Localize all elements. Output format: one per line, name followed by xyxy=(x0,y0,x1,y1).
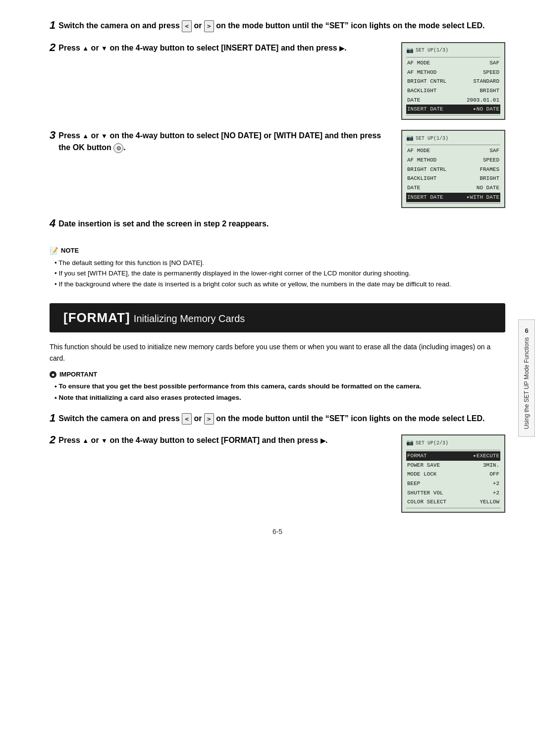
step1-insert-date: 1 Switch the camera on and press < or > … xyxy=(50,20,505,32)
step2-insert-date: 2 Press or on the 4-way button to select… xyxy=(50,42,505,120)
format-step1: 1 Switch the camera on and press < or > … xyxy=(50,413,505,425)
format-step2-body: 2 Press or on the 4-way button to select… xyxy=(50,434,505,513)
format-step1-num: 1 xyxy=(50,412,55,425)
set-icon-label: SET xyxy=(329,21,345,30)
step2-body: 2 Press or on the 4-way button to select… xyxy=(50,42,505,120)
format-bracket-word: [FORMAT] xyxy=(63,310,130,325)
lcd-row-af-mode: AF MODESAF xyxy=(406,58,500,68)
note-item-2: If you set [WITH DATE], the date is perm… xyxy=(54,268,505,279)
important-list: To ensure that you get the best possible… xyxy=(50,381,505,404)
lcd-row-beep: BEEP+2 xyxy=(406,479,500,488)
lcd-row3-backlight: BACKLIGHTBRIGHT xyxy=(406,174,500,183)
format-title: [FORMAT] Initializing Memory Cards xyxy=(63,310,245,325)
step2-num: 2 xyxy=(50,41,55,54)
lcd-row-date: DATE2003.01.01 xyxy=(406,96,500,105)
sidebar-label: Using the SET UP Mode Functions xyxy=(523,337,530,430)
step1-text: Switch the camera on and press < or > on… xyxy=(58,20,484,32)
format-btn-right[interactable]: > xyxy=(204,413,214,425)
arrow-down-fmt2 xyxy=(101,436,107,444)
step4-text: Date insertion is set and the screen in … xyxy=(58,218,268,230)
step3-text: Press or on the 4-way button to select [… xyxy=(58,130,393,154)
lcd-title-format: 📷 SET UP(2/3) xyxy=(406,438,500,448)
btn-right-1[interactable]: > xyxy=(204,20,214,32)
step3-heading: 3 Press or on the 4-way button to select… xyxy=(50,130,393,154)
step3-insert-date: 3 Press or on the 4-way button to select… xyxy=(50,130,505,208)
lcd-screen-format: 📷 SET UP(2/3) FORMAT▸EXECUTE POWER SAVE3… xyxy=(401,434,505,513)
step4-num: 4 xyxy=(50,217,55,230)
note-item-1: The default setting for this function is… xyxy=(54,258,505,269)
lcd-row-power-save: POWER SAVE3MIN. xyxy=(406,461,500,470)
lcd-row3-af-method: AF METHODSPEED xyxy=(406,156,500,165)
step4-heading: 4 Date insertion is set and the screen i… xyxy=(50,218,505,237)
arrow-right-fmt2 xyxy=(321,436,325,444)
format-step1-text: Switch the camera on and press < or > on… xyxy=(58,413,484,425)
arrow-down-2 xyxy=(101,44,107,52)
lcd-row3-af-mode: AF MODESAF xyxy=(406,146,500,156)
lcd-icon-2: 📷 xyxy=(406,46,414,55)
or-1: or xyxy=(194,21,204,30)
important-item-1: To ensure that you get the best possible… xyxy=(54,381,505,392)
step1-heading: 1 Switch the camera on and press < or > … xyxy=(50,20,505,32)
step2-text-container: 2 Press or on the 4-way button to select… xyxy=(50,42,393,54)
format-step1-rest: on the mode button until the “SET” icon … xyxy=(216,414,484,423)
format-or: or xyxy=(194,414,204,423)
format-subtitle: Initializing Memory Cards xyxy=(134,313,245,324)
arrow-up-2 xyxy=(82,44,89,52)
btn-left-1[interactable]: < xyxy=(182,20,192,32)
format-btn-left[interactable]: < xyxy=(182,413,192,425)
important-header: ● IMPORTANT xyxy=(50,371,505,378)
lcd-row-insert-date: INSERT DATE▸NO DATE xyxy=(406,105,500,114)
lcd-screen-step2: 📷 SET UP(1/3) AF MODESAF AF METHODSPEED … xyxy=(401,42,505,120)
step2-text: Press or on the 4-way button to select [… xyxy=(58,42,346,54)
lcd-row3-date: DATENO DATE xyxy=(406,183,500,193)
important-block: ● IMPORTANT To ensure that you get the b… xyxy=(50,371,505,404)
note-block: 📝 NOTE The default setting for this func… xyxy=(50,247,505,290)
format-banner: [FORMAT] Initializing Memory Cards xyxy=(50,303,505,332)
lcd-row-format: FORMAT▸EXECUTE xyxy=(406,451,500,461)
lcd-row-shutter-vol: SHUTTER VOL+2 xyxy=(406,488,500,498)
arrow-right-2 xyxy=(339,44,344,52)
note-label: NOTE xyxy=(61,247,79,254)
lcd-screen-step3: 📷 SET UP(1/3) AF MODESAF AF METHODSPEED … xyxy=(401,130,505,208)
lcd-bottom-divider-3 xyxy=(406,203,500,204)
format-step2: 2 Press or on the 4-way button to select… xyxy=(50,434,505,513)
lcd-row-bright-cntrl: BRIGHT CNTRLSTANDARD xyxy=(406,77,500,86)
lcd-row-color-select: COLOR SELECTYELLOW xyxy=(406,497,500,507)
format-description: This function should be used to initiali… xyxy=(50,341,505,364)
step4-insert-date: 4 Date insertion is set and the screen i… xyxy=(50,218,505,237)
sidebar-num: 6 xyxy=(525,327,528,334)
format-step2-text-container: 2 Press or on the 4-way button to select… xyxy=(50,434,393,446)
step1-num: 1 xyxy=(50,19,55,32)
sidebar-tab: 6 Using the SET UP Mode Functions xyxy=(518,320,535,437)
lcd-divider-2 xyxy=(406,57,500,57)
format-step2-text: Press or on the 4-way button to select [… xyxy=(58,434,327,446)
lcd-row3-bright-cntrl: BRIGHT CNTRLFRAMES xyxy=(406,165,500,174)
lcd-row3-insert-date: INSERT DATE▸WITH DATE xyxy=(406,193,500,202)
arrow-down-3 xyxy=(101,131,107,140)
lcd-divider-format xyxy=(406,450,500,450)
lcd-title-2: 📷 SET UP(1/3) xyxy=(406,46,500,55)
note-list: The default setting for this function is… xyxy=(50,258,505,290)
lcd-row-af-method: AF METHODSPEED xyxy=(406,68,500,77)
lcd-bottom-divider-format xyxy=(406,508,500,508)
arrow-up-fmt2 xyxy=(82,436,89,444)
step3-text-container: 3 Press or on the 4-way button to select… xyxy=(50,130,393,154)
format-step1-heading: 1 Switch the camera on and press < or > … xyxy=(50,413,505,425)
step3-body: 3 Press or on the 4-way button to select… xyxy=(50,130,505,208)
step3-num: 3 xyxy=(50,129,55,142)
lcd-icon-3: 📷 xyxy=(406,133,414,143)
lcd-row-mode-lock: MODE LOCKOFF xyxy=(406,470,500,479)
lcd-divider-3 xyxy=(406,145,500,145)
important-label: IMPORTANT xyxy=(59,371,97,378)
ok-button-icon: ⊙ xyxy=(113,143,123,153)
lcd-bottom-divider-2 xyxy=(406,115,500,115)
important-icon: ● xyxy=(50,371,56,378)
step1-rest: on the mode button until the “SET” icon … xyxy=(216,21,484,30)
note-item-3: If the background where the date is inse… xyxy=(54,279,505,290)
note-header: 📝 NOTE xyxy=(50,247,505,255)
note-icon: 📝 xyxy=(50,247,58,255)
format-step2-num: 2 xyxy=(50,433,55,446)
lcd-title-3: 📷 SET UP(1/3) xyxy=(406,133,500,143)
important-item-2: Note that initializing a card also erase… xyxy=(54,392,505,404)
format-step2-heading: 2 Press or on the 4-way button to select… xyxy=(50,434,393,446)
